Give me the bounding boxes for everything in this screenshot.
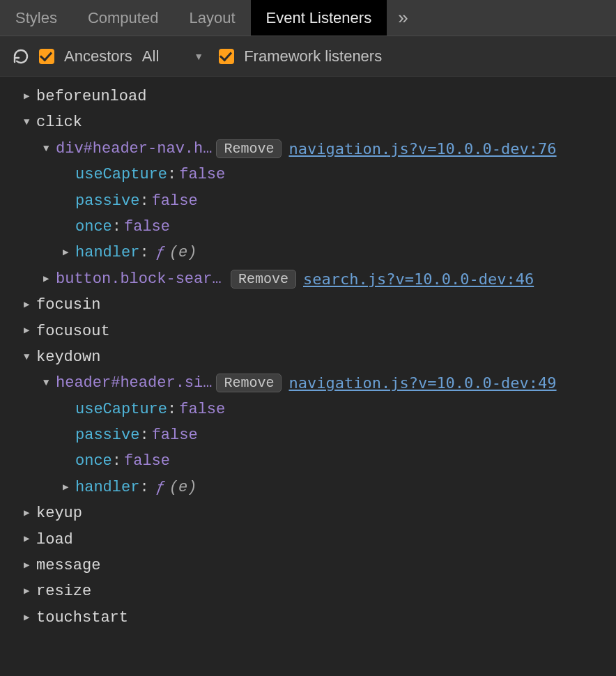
listener-prop-key: once <box>75 214 112 240</box>
event-type: resize <box>36 578 91 604</box>
event-listeners-tree: beforeunloadclickdiv#header-nav.h…Remove… <box>0 77 616 638</box>
function-icon: ƒ <box>156 475 165 500</box>
framework-listeners-checkbox[interactable] <box>219 49 234 64</box>
event-filter-value: All <box>142 47 159 66</box>
caret-closed-icon[interactable] <box>24 505 36 522</box>
caret-open-icon[interactable] <box>24 114 36 131</box>
caret-closed-icon[interactable] <box>24 583 36 600</box>
caret-open-icon[interactable] <box>43 375 56 392</box>
tab-styles[interactable]: Styles <box>0 0 72 36</box>
source-link[interactable]: navigation.js?v=10.0.0-dev:49 <box>288 370 556 396</box>
function-args: (e) <box>169 475 197 500</box>
event-type: beforeunload <box>36 84 146 109</box>
remove-button[interactable]: Remove <box>216 139 282 158</box>
refresh-icon[interactable] <box>13 48 29 65</box>
source-link[interactable]: navigation.js?v=10.0.0-dev:76 <box>288 136 556 162</box>
framework-listeners-label: Framework listeners <box>244 47 382 66</box>
listener-selector: button.block-search-… <box>56 266 226 292</box>
caret-closed-icon[interactable] <box>24 558 36 574</box>
caret-open-icon[interactable] <box>24 349 36 366</box>
listener-prop-key: passive <box>75 422 139 448</box>
source-link[interactable]: search.js?v=10.0.0-dev:46 <box>303 266 534 292</box>
remove-button[interactable]: Remove <box>216 374 282 392</box>
ancestors-label: Ancestors <box>64 47 132 66</box>
caret-closed-icon[interactable] <box>24 610 36 627</box>
listener-prop-value: false <box>179 397 225 422</box>
listener-prop-key: once <box>75 448 112 474</box>
listener-prop-value: false <box>124 448 170 474</box>
event-type: load <box>36 527 73 553</box>
caret-closed-icon[interactable] <box>24 89 36 105</box>
event-type: keydown <box>36 344 100 370</box>
listener-selector: div#header-nav.h… <box>56 136 212 162</box>
caret-closed-icon[interactable] <box>63 479 75 496</box>
listener-selector: header#header.si… <box>56 370 212 396</box>
event-filter-dropdown[interactable]: All ▼ <box>142 47 209 66</box>
tabs-overflow-icon[interactable]: » <box>387 0 419 36</box>
listener-prop-value: false <box>179 162 225 187</box>
event-type: focusout <box>36 318 110 344</box>
caret-open-icon[interactable] <box>43 141 56 158</box>
devtools-tabbar: StylesComputedLayoutEvent Listeners» <box>0 0 616 36</box>
event-type: keyup <box>36 500 82 526</box>
tab-event-listeners[interactable]: Event Listeners <box>251 0 387 36</box>
caret-closed-icon[interactable] <box>24 323 36 339</box>
listener-prop-key: handler <box>75 475 139 500</box>
function-icon: ƒ <box>156 240 165 266</box>
event-type: message <box>36 553 100 578</box>
event-type: focusin <box>36 292 100 318</box>
chevron-down-icon: ▼ <box>194 51 203 62</box>
listener-prop-key: useCapture <box>75 397 167 422</box>
tab-layout[interactable]: Layout <box>174 0 250 36</box>
event-type: touchstart <box>36 605 128 631</box>
caret-closed-icon[interactable] <box>43 271 56 288</box>
listener-prop-value: false <box>152 422 198 448</box>
listener-prop-value: false <box>152 188 198 214</box>
caret-closed-icon[interactable] <box>63 245 75 261</box>
listener-prop-key: useCapture <box>75 162 167 187</box>
ancestors-checkbox[interactable] <box>39 49 54 64</box>
listener-prop-key: passive <box>75 188 139 214</box>
function-args: (e) <box>169 240 197 266</box>
listener-prop-value: false <box>124 214 170 240</box>
event-type: click <box>36 109 82 135</box>
caret-closed-icon[interactable] <box>24 531 36 548</box>
tab-computed[interactable]: Computed <box>72 0 174 36</box>
event-listeners-toolbar: Ancestors All ▼ Framework listeners <box>0 36 616 77</box>
listener-prop-key: handler <box>75 240 139 266</box>
caret-closed-icon[interactable] <box>24 297 36 314</box>
remove-button[interactable]: Remove <box>231 270 296 289</box>
